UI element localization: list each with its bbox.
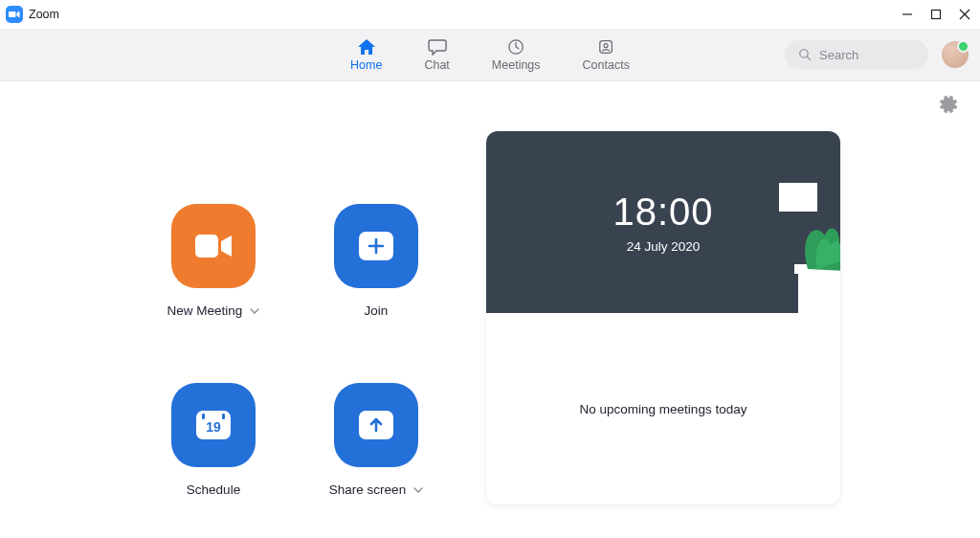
meetings-panel: 18:00 24 July 2020 No upcoming meetings … — [486, 131, 840, 504]
settings-button[interactable] — [940, 95, 959, 118]
search-input[interactable]: Search — [785, 40, 928, 69]
avatar[interactable] — [942, 41, 969, 68]
tab-chat[interactable]: Chat — [424, 38, 449, 72]
arrow-up-icon — [359, 411, 393, 439]
panel-hero: 18:00 24 July 2020 — [486, 131, 840, 313]
gear-icon — [940, 95, 959, 114]
clock-icon — [505, 38, 526, 56]
svg-rect-2 — [932, 11, 941, 19]
chevron-down-icon — [413, 485, 423, 495]
title-bar: Zoom — [0, 0, 980, 29]
calendar-icon: 19 — [196, 411, 231, 439]
svg-rect-15 — [798, 269, 840, 313]
app-title: Zoom — [29, 8, 59, 21]
join-label[interactable]: Join — [365, 303, 389, 318]
share-screen-action: Share screen — [304, 383, 448, 504]
close-button[interactable] — [959, 9, 970, 20]
new-meeting-button[interactable] — [171, 204, 256, 288]
share-screen-button[interactable] — [334, 383, 418, 467]
window-controls — [902, 9, 970, 20]
contacts-icon — [595, 38, 616, 56]
new-meeting-label: New Meeting — [167, 303, 243, 318]
action-grid: New Meeting Join 19 Schedule — [38, 122, 448, 504]
tab-meetings[interactable]: Meetings — [492, 38, 541, 72]
tab-contacts-label: Contacts — [583, 58, 630, 72]
hero-date: 24 July 2020 — [627, 239, 701, 254]
home-icon — [356, 38, 377, 56]
tab-contacts[interactable]: Contacts — [583, 38, 630, 72]
svg-rect-6 — [600, 40, 612, 53]
new-meeting-action: New Meeting — [142, 204, 285, 325]
svg-point-8 — [800, 50, 808, 57]
share-screen-label: Share screen — [329, 482, 406, 497]
tab-chat-label: Chat — [424, 58, 449, 72]
title-bar-left: Zoom — [6, 6, 59, 23]
svg-rect-14 — [222, 414, 225, 419]
nav-bar: Home Chat Meetings Contacts Search — [0, 29, 980, 81]
nav-tabs: Home Chat Meetings Contacts — [350, 29, 630, 80]
search-icon — [798, 48, 812, 61]
zoom-app-icon — [6, 6, 23, 23]
schedule-action: 19 Schedule — [142, 383, 285, 504]
minimize-button[interactable] — [902, 9, 913, 20]
tab-meetings-label: Meetings — [492, 58, 541, 72]
chat-icon — [427, 38, 448, 56]
svg-point-7 — [604, 43, 608, 47]
subheader — [0, 81, 980, 122]
chevron-down-icon — [250, 306, 259, 316]
schedule-label[interactable]: Schedule — [187, 482, 240, 497]
tab-home-label: Home — [350, 58, 382, 72]
svg-rect-10 — [195, 235, 218, 258]
calendar-day: 19 — [206, 419, 221, 435]
new-meeting-label-row[interactable]: New Meeting — [167, 303, 260, 318]
plus-icon — [359, 232, 393, 260]
svg-rect-0 — [9, 11, 16, 17]
share-screen-label-row[interactable]: Share screen — [329, 482, 423, 497]
nav-right: Search — [785, 40, 969, 69]
join-button[interactable] — [334, 204, 418, 288]
svg-rect-17 — [779, 183, 817, 212]
schedule-button[interactable]: 19 — [171, 383, 256, 467]
video-icon — [193, 231, 234, 261]
hero-time: 18:00 — [612, 191, 713, 234]
search-placeholder: Search — [819, 48, 858, 62]
plant-illustration — [731, 183, 840, 313]
panel-body: No upcoming meetings today — [486, 313, 840, 504]
maximize-button[interactable] — [930, 9, 942, 20]
main-content: New Meeting Join 19 Schedule — [0, 122, 980, 504]
join-action: Join — [304, 204, 448, 325]
tab-home[interactable]: Home — [350, 38, 382, 72]
empty-meetings-msg: No upcoming meetings today — [580, 402, 747, 416]
svg-rect-13 — [202, 414, 205, 419]
svg-line-9 — [807, 56, 810, 59]
